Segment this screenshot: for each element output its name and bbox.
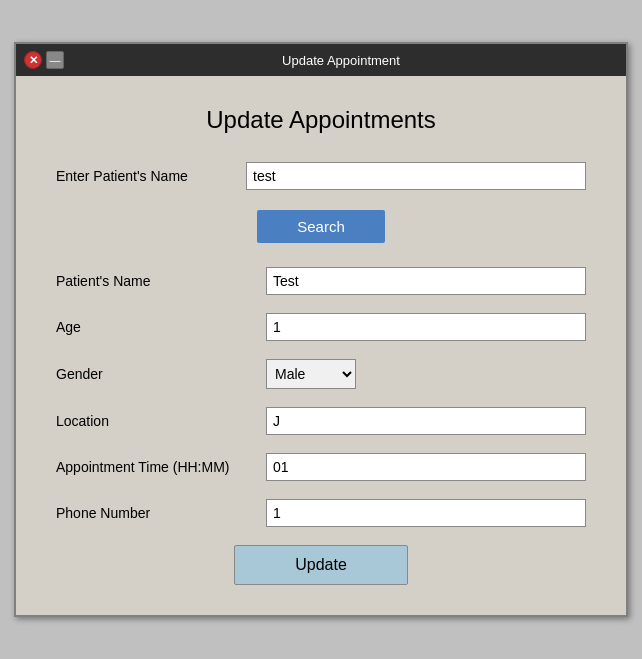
window-title: Update Appointment: [64, 53, 618, 68]
titlebar-buttons: ✕ —: [24, 51, 64, 69]
search-label: Enter Patient's Name: [56, 168, 246, 184]
search-button[interactable]: Search: [257, 210, 385, 243]
phone-number-input[interactable]: [266, 499, 586, 527]
update-button[interactable]: Update: [234, 545, 408, 585]
window-body: Update Appointments Enter Patient's Name…: [16, 76, 626, 615]
age-row: Age: [56, 313, 586, 341]
form-section: Patient's Name Age Gender Male Female Lo…: [56, 267, 586, 527]
appointment-time-label: Appointment Time (HH:MM): [56, 459, 266, 475]
search-button-row: Search: [56, 210, 586, 243]
close-button[interactable]: ✕: [24, 51, 42, 69]
location-input[interactable]: [266, 407, 586, 435]
appointment-time-input[interactable]: [266, 453, 586, 481]
minimize-button[interactable]: —: [46, 51, 64, 69]
main-window: ✕ — Update Appointment Update Appointmen…: [14, 42, 628, 617]
patient-search-input[interactable]: [246, 162, 586, 190]
search-row: Enter Patient's Name: [56, 162, 586, 190]
phone-number-label: Phone Number: [56, 505, 266, 521]
age-input[interactable]: [266, 313, 586, 341]
phone-number-row: Phone Number: [56, 499, 586, 527]
appointment-time-row: Appointment Time (HH:MM): [56, 453, 586, 481]
patient-name-label: Patient's Name: [56, 273, 266, 289]
patient-name-input[interactable]: [266, 267, 586, 295]
age-label: Age: [56, 319, 266, 335]
gender-select[interactable]: Male Female: [266, 359, 356, 389]
location-row: Location: [56, 407, 586, 435]
patient-name-row: Patient's Name: [56, 267, 586, 295]
titlebar: ✕ — Update Appointment: [16, 44, 626, 76]
gender-row: Gender Male Female: [56, 359, 586, 389]
update-button-row: Update: [56, 545, 586, 585]
gender-label: Gender: [56, 366, 266, 382]
page-title: Update Appointments: [56, 106, 586, 134]
location-label: Location: [56, 413, 266, 429]
